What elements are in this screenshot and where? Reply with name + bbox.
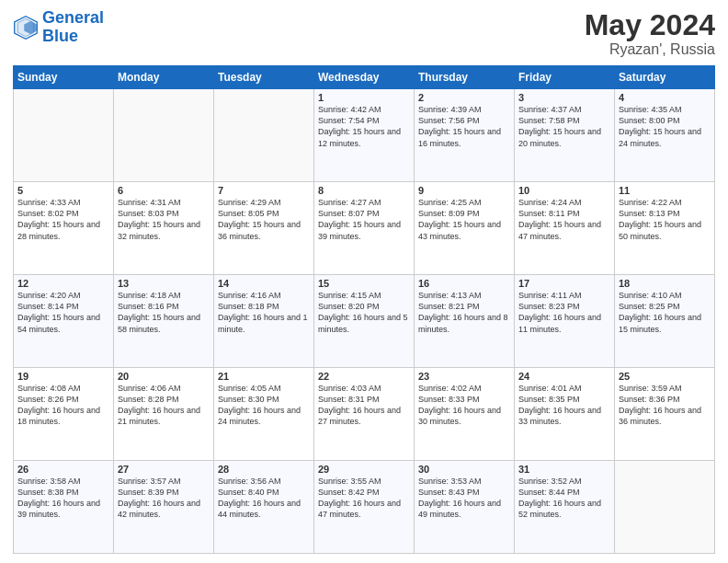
calendar-cell <box>114 89 214 182</box>
week-row-3: 12Sunrise: 4:20 AMSunset: 8:14 PMDayligh… <box>14 275 715 368</box>
day-number: 13 <box>118 278 210 289</box>
day-number: 31 <box>518 464 610 475</box>
day-number: 11 <box>619 185 711 196</box>
weekday-header-wednesday: Wednesday <box>314 66 415 89</box>
cell-info: Sunrise: 4:16 AMSunset: 8:18 PMDaylight:… <box>218 290 310 335</box>
month-title: May 2024 <box>585 9 715 41</box>
calendar-cell: 21Sunrise: 4:05 AMSunset: 8:30 PMDayligh… <box>214 368 314 461</box>
day-number: 16 <box>418 278 510 289</box>
cell-info: Sunrise: 4:31 AMSunset: 8:03 PMDaylight:… <box>118 197 210 242</box>
calendar-cell: 20Sunrise: 4:06 AMSunset: 8:28 PMDayligh… <box>114 368 214 461</box>
calendar-cell: 24Sunrise: 4:01 AMSunset: 8:35 PMDayligh… <box>515 368 615 461</box>
day-number: 2 <box>418 92 510 103</box>
logo: General Blue <box>13 9 104 46</box>
weekday-header-row: SundayMondayTuesdayWednesdayThursdayFrid… <box>14 66 715 89</box>
calendar-cell: 13Sunrise: 4:18 AMSunset: 8:16 PMDayligh… <box>114 275 214 368</box>
calendar-cell: 12Sunrise: 4:20 AMSunset: 8:14 PMDayligh… <box>14 275 114 368</box>
logo-text: General Blue <box>42 9 104 46</box>
day-number: 4 <box>619 92 711 103</box>
calendar-cell: 7Sunrise: 4:29 AMSunset: 8:05 PMDaylight… <box>214 182 314 275</box>
calendar-cell: 6Sunrise: 4:31 AMSunset: 8:03 PMDaylight… <box>114 182 214 275</box>
cell-info: Sunrise: 3:53 AMSunset: 8:43 PMDaylight:… <box>418 476 510 521</box>
cell-info: Sunrise: 4:15 AMSunset: 8:20 PMDaylight:… <box>318 290 410 335</box>
cell-info: Sunrise: 4:22 AMSunset: 8:13 PMDaylight:… <box>619 197 711 242</box>
cell-info: Sunrise: 4:02 AMSunset: 8:33 PMDaylight:… <box>418 383 510 428</box>
day-number: 22 <box>318 371 410 382</box>
calendar-cell: 22Sunrise: 4:03 AMSunset: 8:31 PMDayligh… <box>314 368 415 461</box>
logo-icon <box>13 15 39 40</box>
calendar-cell: 31Sunrise: 3:52 AMSunset: 8:44 PMDayligh… <box>515 461 615 554</box>
week-row-4: 19Sunrise: 4:08 AMSunset: 8:26 PMDayligh… <box>14 368 715 461</box>
day-number: 17 <box>518 278 610 289</box>
location: Ryazan', Russia <box>585 41 715 58</box>
header: General Blue May 2024 Ryazan', Russia <box>13 9 715 58</box>
cell-info: Sunrise: 4:18 AMSunset: 8:16 PMDaylight:… <box>118 290 210 335</box>
day-number: 21 <box>218 371 310 382</box>
calendar-cell: 26Sunrise: 3:58 AMSunset: 8:38 PMDayligh… <box>14 461 114 554</box>
day-number: 24 <box>518 371 610 382</box>
cell-info: Sunrise: 3:58 AMSunset: 8:38 PMDaylight:… <box>17 476 109 521</box>
page: General Blue May 2024 Ryazan', Russia Su… <box>0 0 728 563</box>
cell-info: Sunrise: 4:27 AMSunset: 8:07 PMDaylight:… <box>318 197 410 242</box>
weekday-header-friday: Friday <box>515 66 615 89</box>
day-number: 7 <box>218 185 310 196</box>
cell-info: Sunrise: 4:06 AMSunset: 8:28 PMDaylight:… <box>118 383 210 428</box>
calendar-cell: 16Sunrise: 4:13 AMSunset: 8:21 PMDayligh… <box>415 275 515 368</box>
cell-info: Sunrise: 4:33 AMSunset: 8:02 PMDaylight:… <box>17 197 109 242</box>
cell-info: Sunrise: 4:01 AMSunset: 8:35 PMDaylight:… <box>518 383 610 428</box>
day-number: 18 <box>619 278 711 289</box>
calendar-cell <box>615 461 715 554</box>
cell-info: Sunrise: 4:20 AMSunset: 8:14 PMDaylight:… <box>17 290 109 335</box>
day-number: 19 <box>17 371 109 382</box>
title-block: May 2024 Ryazan', Russia <box>585 9 715 58</box>
cell-info: Sunrise: 4:37 AMSunset: 7:58 PMDaylight:… <box>518 104 610 149</box>
cell-info: Sunrise: 4:10 AMSunset: 8:25 PMDaylight:… <box>619 290 711 335</box>
calendar-cell: 25Sunrise: 3:59 AMSunset: 8:36 PMDayligh… <box>615 368 715 461</box>
cell-info: Sunrise: 4:03 AMSunset: 8:31 PMDaylight:… <box>318 383 410 428</box>
day-number: 15 <box>318 278 410 289</box>
cell-info: Sunrise: 4:39 AMSunset: 7:56 PMDaylight:… <box>418 104 510 149</box>
calendar-cell: 4Sunrise: 4:35 AMSunset: 8:00 PMDaylight… <box>615 89 715 182</box>
day-number: 20 <box>118 371 210 382</box>
calendar-cell: 2Sunrise: 4:39 AMSunset: 7:56 PMDaylight… <box>415 89 515 182</box>
day-number: 10 <box>518 185 610 196</box>
cell-info: Sunrise: 4:08 AMSunset: 8:26 PMDaylight:… <box>17 383 109 428</box>
calendar-cell: 10Sunrise: 4:24 AMSunset: 8:11 PMDayligh… <box>515 182 615 275</box>
cell-info: Sunrise: 4:35 AMSunset: 8:00 PMDaylight:… <box>619 104 711 149</box>
calendar-cell: 23Sunrise: 4:02 AMSunset: 8:33 PMDayligh… <box>415 368 515 461</box>
calendar-table: SundayMondayTuesdayWednesdayThursdayFrid… <box>13 65 715 554</box>
cell-info: Sunrise: 4:13 AMSunset: 8:21 PMDaylight:… <box>418 290 510 335</box>
weekday-header-monday: Monday <box>114 66 214 89</box>
day-number: 12 <box>17 278 109 289</box>
calendar-cell: 30Sunrise: 3:53 AMSunset: 8:43 PMDayligh… <box>415 461 515 554</box>
weekday-header-tuesday: Tuesday <box>214 66 314 89</box>
day-number: 28 <box>218 464 310 475</box>
cell-info: Sunrise: 4:42 AMSunset: 7:54 PMDaylight:… <box>318 104 410 149</box>
calendar-cell <box>14 89 114 182</box>
day-number: 3 <box>518 92 610 103</box>
cell-info: Sunrise: 4:29 AMSunset: 8:05 PMDaylight:… <box>218 197 310 242</box>
calendar-cell: 14Sunrise: 4:16 AMSunset: 8:18 PMDayligh… <box>214 275 314 368</box>
day-number: 23 <box>418 371 510 382</box>
day-number: 8 <box>318 185 410 196</box>
calendar-cell <box>214 89 314 182</box>
cell-info: Sunrise: 4:05 AMSunset: 8:30 PMDaylight:… <box>218 383 310 428</box>
cell-info: Sunrise: 3:55 AMSunset: 8:42 PMDaylight:… <box>318 476 410 521</box>
day-number: 1 <box>318 92 410 103</box>
day-number: 29 <box>318 464 410 475</box>
cell-info: Sunrise: 3:56 AMSunset: 8:40 PMDaylight:… <box>218 476 310 521</box>
calendar-cell: 29Sunrise: 3:55 AMSunset: 8:42 PMDayligh… <box>314 461 415 554</box>
cell-info: Sunrise: 4:24 AMSunset: 8:11 PMDaylight:… <box>518 197 610 242</box>
cell-info: Sunrise: 4:11 AMSunset: 8:23 PMDaylight:… <box>518 290 610 335</box>
cell-info: Sunrise: 4:25 AMSunset: 8:09 PMDaylight:… <box>418 197 510 242</box>
calendar-cell: 28Sunrise: 3:56 AMSunset: 8:40 PMDayligh… <box>214 461 314 554</box>
calendar-cell: 8Sunrise: 4:27 AMSunset: 8:07 PMDaylight… <box>314 182 415 275</box>
calendar-cell: 3Sunrise: 4:37 AMSunset: 7:58 PMDaylight… <box>515 89 615 182</box>
week-row-5: 26Sunrise: 3:58 AMSunset: 8:38 PMDayligh… <box>14 461 715 554</box>
day-number: 30 <box>418 464 510 475</box>
calendar-cell: 11Sunrise: 4:22 AMSunset: 8:13 PMDayligh… <box>615 182 715 275</box>
cell-info: Sunrise: 3:52 AMSunset: 8:44 PMDaylight:… <box>518 476 610 521</box>
calendar-cell: 9Sunrise: 4:25 AMSunset: 8:09 PMDaylight… <box>415 182 515 275</box>
day-number: 5 <box>17 185 109 196</box>
day-number: 25 <box>619 371 711 382</box>
